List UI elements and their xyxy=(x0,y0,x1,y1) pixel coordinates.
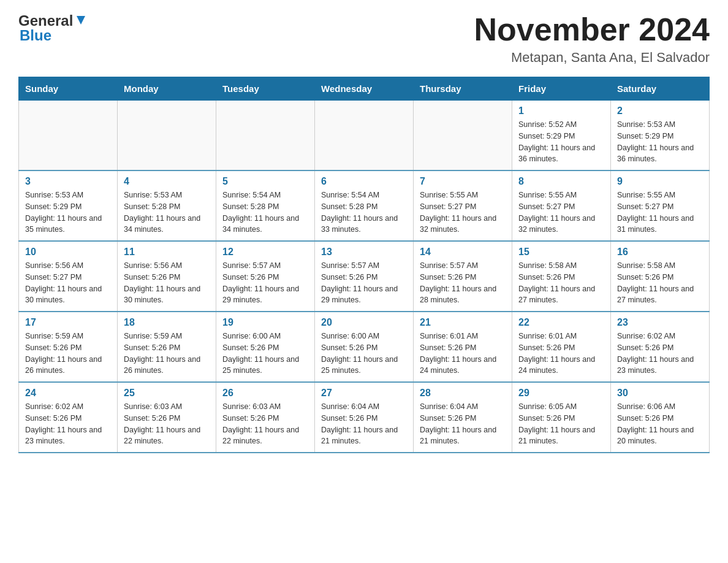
day-info: Sunrise: 5:53 AM Sunset: 5:28 PM Dayligh… xyxy=(124,190,210,236)
day-info: Sunrise: 5:59 AM Sunset: 5:26 PM Dayligh… xyxy=(25,331,111,377)
day-number: 4 xyxy=(124,176,210,187)
day-number: 6 xyxy=(321,176,407,187)
day-info: Sunrise: 5:54 AM Sunset: 5:28 PM Dayligh… xyxy=(321,190,407,236)
calendar-day-cell: 21Sunrise: 6:01 AM Sunset: 5:26 PM Dayli… xyxy=(414,312,512,382)
calendar-day-header: Saturday xyxy=(611,77,710,101)
day-number: 11 xyxy=(124,247,210,258)
day-number: 23 xyxy=(617,317,703,328)
day-number: 12 xyxy=(222,247,308,258)
day-info: Sunrise: 6:00 AM Sunset: 5:26 PM Dayligh… xyxy=(321,331,407,377)
day-number: 22 xyxy=(518,317,604,328)
calendar-table: SundayMondayTuesdayWednesdayThursdayFrid… xyxy=(18,77,710,453)
day-info: Sunrise: 6:05 AM Sunset: 5:26 PM Dayligh… xyxy=(518,401,604,447)
calendar-day-cell: 24Sunrise: 6:02 AM Sunset: 5:26 PM Dayli… xyxy=(19,382,118,453)
logo: General Blue xyxy=(18,12,88,44)
day-number: 19 xyxy=(222,317,308,328)
day-info: Sunrise: 6:01 AM Sunset: 5:26 PM Dayligh… xyxy=(518,331,604,377)
day-info: Sunrise: 6:04 AM Sunset: 5:26 PM Dayligh… xyxy=(321,401,407,447)
day-number: 1 xyxy=(518,105,604,117)
calendar-day-cell: 5Sunrise: 5:54 AM Sunset: 5:28 PM Daylig… xyxy=(216,170,315,241)
logo-arrow-icon xyxy=(74,13,88,27)
day-info: Sunrise: 6:03 AM Sunset: 5:26 PM Dayligh… xyxy=(222,401,308,447)
calendar-day-cell: 29Sunrise: 6:05 AM Sunset: 5:26 PM Dayli… xyxy=(512,382,611,453)
day-info: Sunrise: 5:56 AM Sunset: 5:26 PM Dayligh… xyxy=(124,260,210,306)
calendar-day-cell: 3Sunrise: 5:53 AM Sunset: 5:29 PM Daylig… xyxy=(19,170,118,241)
day-number: 21 xyxy=(420,317,506,328)
title-block: November 2024 Metapan, Santa Ana, El Sal… xyxy=(474,12,710,66)
day-info: Sunrise: 5:57 AM Sunset: 5:26 PM Dayligh… xyxy=(321,260,407,306)
calendar-day-cell xyxy=(414,101,512,171)
day-number: 27 xyxy=(321,388,407,399)
day-info: Sunrise: 5:53 AM Sunset: 5:29 PM Dayligh… xyxy=(25,190,111,236)
calendar-title: November 2024 xyxy=(474,12,710,47)
day-number: 18 xyxy=(124,317,210,328)
day-number: 17 xyxy=(25,317,111,328)
calendar-day-cell: 14Sunrise: 5:57 AM Sunset: 5:26 PM Dayli… xyxy=(414,241,512,312)
day-info: Sunrise: 5:57 AM Sunset: 5:26 PM Dayligh… xyxy=(222,260,308,306)
day-info: Sunrise: 5:55 AM Sunset: 5:27 PM Dayligh… xyxy=(518,190,604,236)
calendar-week-row: 1Sunrise: 5:52 AM Sunset: 5:29 PM Daylig… xyxy=(19,101,710,171)
calendar-week-row: 24Sunrise: 6:02 AM Sunset: 5:26 PM Dayli… xyxy=(19,382,710,453)
calendar-day-cell: 12Sunrise: 5:57 AM Sunset: 5:26 PM Dayli… xyxy=(216,241,315,312)
calendar-day-cell: 10Sunrise: 5:56 AM Sunset: 5:27 PM Dayli… xyxy=(19,241,118,312)
day-info: Sunrise: 6:04 AM Sunset: 5:26 PM Dayligh… xyxy=(420,401,506,447)
day-number: 8 xyxy=(518,176,604,187)
calendar-subtitle: Metapan, Santa Ana, El Salvador xyxy=(474,50,710,66)
calendar-week-row: 17Sunrise: 5:59 AM Sunset: 5:26 PM Dayli… xyxy=(19,312,710,382)
calendar-day-cell: 18Sunrise: 5:59 AM Sunset: 5:26 PM Dayli… xyxy=(118,312,216,382)
calendar-day-cell: 15Sunrise: 5:58 AM Sunset: 5:26 PM Dayli… xyxy=(512,241,611,312)
calendar-day-cell: 25Sunrise: 6:03 AM Sunset: 5:26 PM Dayli… xyxy=(118,382,216,453)
day-info: Sunrise: 5:52 AM Sunset: 5:29 PM Dayligh… xyxy=(518,119,604,165)
calendar-day-cell: 26Sunrise: 6:03 AM Sunset: 5:26 PM Dayli… xyxy=(216,382,315,453)
calendar-day-cell: 9Sunrise: 5:55 AM Sunset: 5:27 PM Daylig… xyxy=(611,170,710,241)
calendar-day-cell: 2Sunrise: 5:53 AM Sunset: 5:29 PM Daylig… xyxy=(611,101,710,171)
day-number: 16 xyxy=(617,247,703,258)
day-number: 15 xyxy=(518,247,604,258)
day-info: Sunrise: 5:55 AM Sunset: 5:27 PM Dayligh… xyxy=(420,190,506,236)
day-number: 2 xyxy=(617,105,703,117)
day-number: 30 xyxy=(617,388,703,399)
calendar-day-cell xyxy=(118,101,216,171)
day-info: Sunrise: 5:59 AM Sunset: 5:26 PM Dayligh… xyxy=(124,331,210,377)
calendar-day-cell xyxy=(315,101,414,171)
day-number: 28 xyxy=(420,388,506,399)
calendar-day-header: Monday xyxy=(118,77,216,101)
day-info: Sunrise: 6:00 AM Sunset: 5:26 PM Dayligh… xyxy=(222,331,308,377)
calendar-day-cell: 1Sunrise: 5:52 AM Sunset: 5:29 PM Daylig… xyxy=(512,101,611,171)
calendar-day-header: Tuesday xyxy=(216,77,315,101)
day-number: 7 xyxy=(420,176,506,187)
calendar-day-cell: 11Sunrise: 5:56 AM Sunset: 5:26 PM Dayli… xyxy=(118,241,216,312)
day-info: Sunrise: 6:02 AM Sunset: 5:26 PM Dayligh… xyxy=(617,331,703,377)
day-info: Sunrise: 5:58 AM Sunset: 5:26 PM Dayligh… xyxy=(617,260,703,306)
calendar-day-cell: 6Sunrise: 5:54 AM Sunset: 5:28 PM Daylig… xyxy=(315,170,414,241)
svg-marker-0 xyxy=(77,16,85,25)
calendar-day-cell: 19Sunrise: 6:00 AM Sunset: 5:26 PM Dayli… xyxy=(216,312,315,382)
calendar-day-cell xyxy=(19,101,118,171)
calendar-day-header: Friday xyxy=(512,77,611,101)
calendar-day-header: Thursday xyxy=(414,77,512,101)
calendar-day-cell: 20Sunrise: 6:00 AM Sunset: 5:26 PM Dayli… xyxy=(315,312,414,382)
day-number: 26 xyxy=(222,388,308,399)
day-info: Sunrise: 5:53 AM Sunset: 5:29 PM Dayligh… xyxy=(617,119,703,165)
calendar-day-cell: 17Sunrise: 5:59 AM Sunset: 5:26 PM Dayli… xyxy=(19,312,118,382)
calendar-day-cell: 16Sunrise: 5:58 AM Sunset: 5:26 PM Dayli… xyxy=(611,241,710,312)
calendar-week-row: 3Sunrise: 5:53 AM Sunset: 5:29 PM Daylig… xyxy=(19,170,710,241)
day-number: 13 xyxy=(321,247,407,258)
calendar-header-row: SundayMondayTuesdayWednesdayThursdayFrid… xyxy=(19,77,710,101)
day-number: 29 xyxy=(518,388,604,399)
day-info: Sunrise: 5:54 AM Sunset: 5:28 PM Dayligh… xyxy=(222,190,308,236)
calendar-day-cell xyxy=(216,101,315,171)
calendar-day-cell: 28Sunrise: 6:04 AM Sunset: 5:26 PM Dayli… xyxy=(414,382,512,453)
calendar-day-cell: 30Sunrise: 6:06 AM Sunset: 5:26 PM Dayli… xyxy=(611,382,710,453)
calendar-day-cell: 27Sunrise: 6:04 AM Sunset: 5:26 PM Dayli… xyxy=(315,382,414,453)
day-number: 14 xyxy=(420,247,506,258)
calendar-day-cell: 8Sunrise: 5:55 AM Sunset: 5:27 PM Daylig… xyxy=(512,170,611,241)
day-number: 25 xyxy=(124,388,210,399)
calendar-day-cell: 7Sunrise: 5:55 AM Sunset: 5:27 PM Daylig… xyxy=(414,170,512,241)
page-header: General Blue November 2024 Metapan, Sant… xyxy=(18,12,710,66)
logo-blue-text: Blue xyxy=(20,27,51,44)
day-number: 3 xyxy=(25,176,111,187)
day-info: Sunrise: 5:56 AM Sunset: 5:27 PM Dayligh… xyxy=(25,260,111,306)
day-info: Sunrise: 6:06 AM Sunset: 5:26 PM Dayligh… xyxy=(617,401,703,447)
day-number: 9 xyxy=(617,176,703,187)
